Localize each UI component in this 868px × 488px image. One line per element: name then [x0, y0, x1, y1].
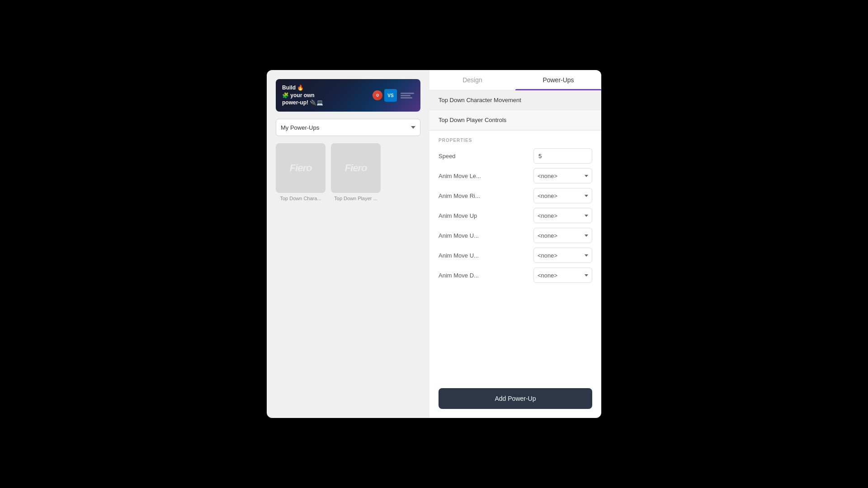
- banner-right: [401, 93, 414, 99]
- anim-move-u1-select[interactable]: <none>: [533, 228, 592, 243]
- powerup-card-top-down-chara[interactable]: Fiero Top Down Chara...: [276, 143, 326, 201]
- property-name-anim-move-up: Anim Move Up: [439, 212, 533, 219]
- powerups-list: Top Down Character Movement Top Down Pla…: [429, 90, 601, 131]
- property-name-anim-move-ri: Anim Move Ri...: [439, 192, 533, 199]
- left-panel: Build 🔥 🧩 your own power-up! 🔌💻 ⚙ VS My …: [267, 70, 429, 418]
- gear-icon: ⚙: [373, 90, 382, 100]
- banner-image: Build 🔥 🧩 your own power-up! 🔌💻 ⚙ VS: [276, 79, 420, 112]
- banner-line: [401, 93, 414, 94]
- fiero-logo-1: Fiero: [290, 162, 312, 174]
- powerup-thumbnail-2: Fiero: [331, 143, 381, 193]
- banner-text: Build 🔥 🧩 your own power-up! 🔌💻: [282, 84, 369, 107]
- tab-powerups[interactable]: Power-Ups: [515, 70, 601, 90]
- anim-move-u2-select[interactable]: <none>: [533, 248, 592, 263]
- banner-icon-group: ⚙ VS: [373, 89, 397, 102]
- left-spacer: [276, 208, 420, 409]
- powerup-thumbnail-1: Fiero: [276, 143, 326, 193]
- vs-code-icon: VS: [384, 89, 397, 102]
- property-name-anim-move-u1: Anim Move U...: [439, 232, 533, 239]
- property-row-anim-move-ri: Anim Move Ri... <none>: [439, 188, 592, 203]
- property-row-anim-move-u2: Anim Move U... <none>: [439, 248, 592, 263]
- powerups-grid: Fiero Top Down Chara... Fiero Top Down P…: [276, 143, 420, 201]
- property-name-anim-move-u2: Anim Move U...: [439, 252, 533, 259]
- properties-label: PROPERTIES: [439, 131, 592, 148]
- banner-line: [401, 95, 410, 96]
- property-row-anim-move-le: Anim Move Le... <none>: [439, 168, 592, 183]
- fiero-logo-2: Fiero: [345, 162, 367, 174]
- anim-move-up-select[interactable]: <none>: [533, 208, 592, 223]
- tabs-header: Design Power-Ups: [429, 70, 601, 90]
- anim-move-d-select[interactable]: <none>: [533, 267, 592, 283]
- right-panel: Design Power-Ups Top Down Character Move…: [429, 70, 601, 418]
- property-name-anim-move-le: Anim Move Le...: [439, 173, 533, 179]
- powerup-label-1: Top Down Chara...: [280, 196, 321, 201]
- powerup-card-top-down-player[interactable]: Fiero Top Down Player ...: [331, 143, 381, 201]
- powerup-label-2: Top Down Player ...: [334, 196, 377, 201]
- property-row-anim-move-d: Anim Move D... <none>: [439, 267, 592, 283]
- my-powerups-dropdown[interactable]: My Power-Ups All Power-Ups: [276, 119, 420, 136]
- anim-move-ri-select[interactable]: <none>: [533, 188, 592, 203]
- property-row-anim-move-up: Anim Move Up <none>: [439, 208, 592, 223]
- properties-section: PROPERTIES Speed Anim Move Le... <none> …: [429, 131, 601, 381]
- property-row-anim-move-u1: Anim Move U... <none>: [439, 228, 592, 243]
- property-name-speed: Speed: [439, 153, 533, 160]
- main-container: Build 🔥 🧩 your own power-up! 🔌💻 ⚙ VS My …: [267, 70, 601, 418]
- banner-line: [401, 97, 412, 99]
- list-item-top-down-player-controls[interactable]: Top Down Player Controls: [429, 110, 601, 130]
- list-item-top-down-character-movement[interactable]: Top Down Character Movement: [429, 90, 601, 110]
- banner-lines: [401, 93, 414, 99]
- tab-design[interactable]: Design: [429, 70, 515, 90]
- property-name-anim-move-d: Anim Move D...: [439, 272, 533, 279]
- add-powerup-button[interactable]: Add Power-Up: [439, 388, 592, 409]
- speed-input[interactable]: [533, 148, 592, 164]
- anim-move-le-select[interactable]: <none>: [533, 168, 592, 183]
- property-row-speed: Speed: [439, 148, 592, 164]
